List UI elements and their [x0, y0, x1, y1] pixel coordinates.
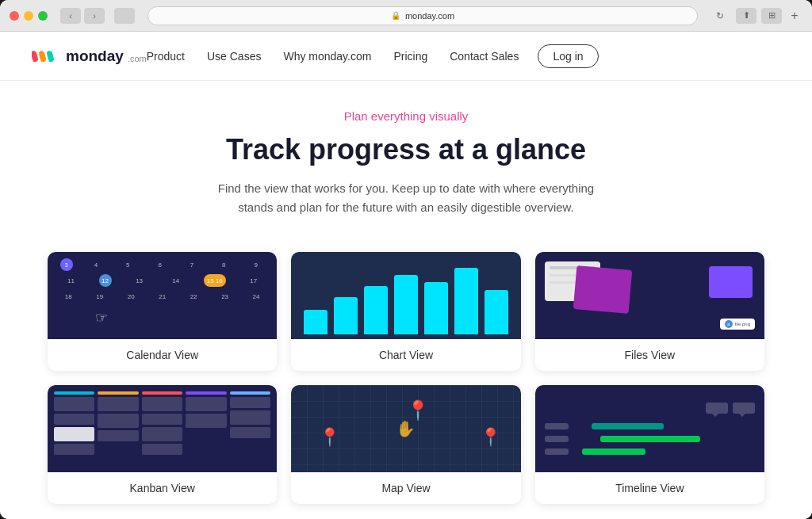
- map-view-label: Map View: [291, 472, 520, 504]
- timeline-view-card[interactable]: Timeline View: [535, 385, 764, 504]
- logo-svg: [32, 48, 62, 65]
- lock-icon: 🔒: [391, 11, 400, 20]
- logo-text: monday: [66, 48, 124, 65]
- kanban-bg: [48, 385, 277, 472]
- chart-bar-7: [485, 290, 508, 334]
- login-button[interactable]: Log in: [538, 44, 598, 68]
- cal-cell-22: 22: [185, 290, 202, 303]
- files-image: a file.png: [535, 252, 764, 339]
- tl-row-3: [545, 448, 755, 455]
- tl-bar-area-3: [573, 448, 755, 455]
- cal-cell-4: 4: [87, 258, 105, 271]
- tl-bar-area-1: [573, 423, 755, 429]
- timeline-bg: [535, 385, 764, 472]
- browser-nav-buttons: ‹ ›: [60, 8, 105, 24]
- kanban-header-5: [230, 391, 270, 395]
- tl-label-2: [545, 436, 569, 442]
- timeline-image: [535, 385, 764, 472]
- kanban-card-white: [54, 427, 94, 441]
- nav-pricing[interactable]: Pricing: [393, 50, 427, 63]
- cal-cell-7: 7: [183, 258, 201, 271]
- files-badge: a file.png: [720, 319, 755, 330]
- chart-bar-4: [394, 275, 418, 334]
- nav-use-cases[interactable]: Use Cases: [207, 50, 261, 63]
- svg-rect-1: [38, 50, 46, 62]
- chart-view-card[interactable]: Chart View: [291, 252, 520, 371]
- hero-title: Track progress at a glance: [32, 132, 780, 166]
- map-bg: 📍 📍 📍 ✋: [291, 385, 520, 472]
- cal-cell-23: 23: [216, 290, 234, 303]
- kanban-card: [98, 397, 138, 411]
- kanban-card: [186, 397, 226, 411]
- cal-cell-13: 13: [131, 274, 148, 287]
- maximize-button[interactable]: [38, 11, 48, 21]
- share-button[interactable]: ⬆: [736, 8, 756, 24]
- kanban-col-1: [54, 391, 94, 466]
- cal-row-2: 11 12 13 14 15 16 17: [54, 274, 270, 287]
- chart-bar-6: [454, 268, 478, 335]
- cal-cell-17: 17: [245, 274, 262, 287]
- kanban-card: [98, 430, 138, 441]
- minimize-button[interactable]: [24, 11, 33, 21]
- close-button[interactable]: [10, 11, 19, 21]
- cal-cell-8: 8: [215, 258, 232, 271]
- cal-row-3: 18 19 20 21 22 23 24: [54, 290, 270, 303]
- tl-bar-area-2: [573, 436, 755, 442]
- kanban-col-4: [186, 391, 226, 466]
- kanban-view-label: Kanban View: [48, 472, 277, 504]
- nav-why[interactable]: Why monday.com: [283, 50, 371, 63]
- hero-description: Find the view that works for you. Keep u…: [200, 179, 612, 217]
- file-card-2: [573, 265, 632, 314]
- kanban-header-3: [142, 391, 182, 395]
- cal-cell-24: 24: [247, 290, 265, 303]
- cal-cell-6: 6: [151, 258, 169, 271]
- svg-rect-0: [32, 50, 39, 62]
- nav-links: Product Use Cases Why monday.com Pricing…: [147, 50, 519, 63]
- cal-cell-19: 19: [91, 290, 109, 303]
- tl-bar-green: [600, 436, 700, 442]
- map-hand-icon: ✋: [396, 419, 416, 438]
- kanban-image: [48, 385, 277, 472]
- reload-button[interactable]: ↻: [710, 8, 730, 24]
- calendar-bg: 3 4 5 6 7 8 9 11 12 13 14: [48, 252, 277, 339]
- chart-bg: [291, 252, 520, 339]
- cal-cell-9: 9: [247, 258, 265, 271]
- map-pin-green: 📍: [480, 429, 501, 446]
- files-view-card[interactable]: a file.png Files View: [535, 252, 764, 371]
- address-bar[interactable]: 🔒 monday.com: [147, 6, 698, 25]
- svg-rect-2: [46, 50, 54, 62]
- kanban-col-3: [142, 391, 182, 466]
- cal-cell-15-16: 15 16: [204, 274, 226, 287]
- add-tab-button[interactable]: +: [787, 8, 802, 24]
- cal-cell-11: 11: [63, 274, 80, 287]
- kanban-view-card[interactable]: Kanban View: [48, 385, 277, 504]
- kanban-card: [142, 414, 182, 425]
- tl-label-3: [545, 448, 569, 455]
- calendar-view-card[interactable]: 3 4 5 6 7 8 9 11 12 13 14: [48, 252, 277, 371]
- kanban-card: [142, 427, 182, 441]
- nav-product[interactable]: Product: [147, 50, 185, 63]
- hero-section: Plan everything visually Track progress …: [0, 81, 812, 233]
- view-button[interactable]: [114, 8, 135, 24]
- nav-contact[interactable]: Contact Sales: [450, 50, 519, 63]
- cal-cell-5: 5: [119, 258, 136, 271]
- tl-bar-teal: [592, 423, 665, 429]
- logo-com: .com: [128, 54, 147, 63]
- titlebar: ‹ › 🔒 monday.com ↻ ⬆ ⊞ +: [0, 0, 812, 32]
- chart-bar-5: [424, 282, 448, 334]
- logo[interactable]: monday.com: [32, 48, 147, 65]
- cal-cell-12: 12: [99, 274, 112, 287]
- forward-button[interactable]: ›: [84, 8, 105, 24]
- tabs-button[interactable]: ⊞: [761, 8, 782, 24]
- back-button[interactable]: ‹: [60, 8, 81, 24]
- tl-bar-3: [582, 448, 645, 455]
- tl-bubbles: [545, 403, 755, 414]
- chart-bar-2: [334, 297, 358, 334]
- kanban-card: [230, 427, 270, 438]
- kanban-card: [98, 414, 138, 428]
- kanban-card: [230, 410, 270, 425]
- page-content: monday.com Product Use Cases Why monday.…: [0, 32, 812, 519]
- traffic-lights: [10, 11, 48, 21]
- tl-label: [545, 423, 569, 429]
- map-view-card[interactable]: 📍 📍 📍 ✋ Map View: [291, 385, 520, 504]
